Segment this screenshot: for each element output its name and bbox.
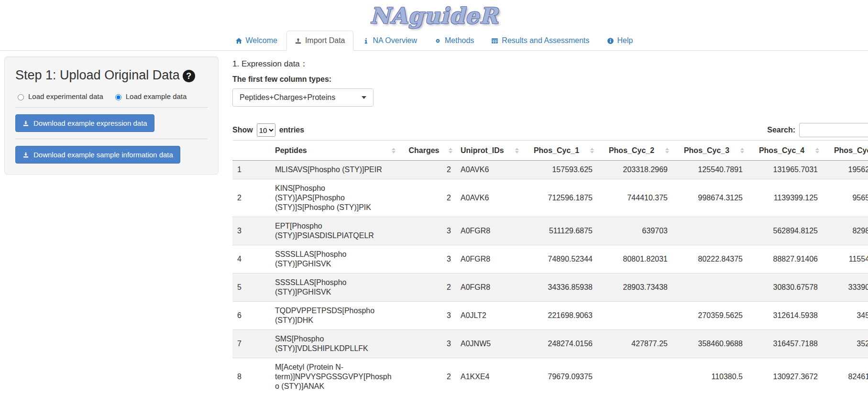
sort-icon xyxy=(392,148,396,154)
tab-label: Help xyxy=(617,36,633,45)
value-cell: 130927.3672 xyxy=(747,358,823,395)
radio-load-example-data[interactable]: Load example data xyxy=(113,92,187,100)
value-cell: 82461.96094 xyxy=(823,358,868,395)
value-cell: 221698.9063 xyxy=(522,302,597,330)
panel-title-text: Step 1: Upload Original Data xyxy=(15,68,180,82)
charge-cell: 2 xyxy=(399,179,456,217)
section-title: 1. Expression data： xyxy=(232,58,868,69)
download-expression-data-button[interactable]: Download example expression data xyxy=(15,114,154,132)
uniprot-cell: A1KXE4 xyxy=(456,358,522,395)
tab-label: NA Overview xyxy=(373,36,417,45)
column-header-peptides[interactable]: Peptides xyxy=(270,141,399,161)
entries-label: entries xyxy=(279,126,304,134)
tab-na-overview[interactable]: NA Overview xyxy=(354,31,425,51)
table-search-control: Search: xyxy=(767,123,868,137)
sort-icon xyxy=(740,148,744,154)
column-header-charges[interactable]: Charges xyxy=(399,141,456,161)
value-cell: 427877.25 xyxy=(597,330,672,358)
gears-icon xyxy=(434,37,441,44)
charge-cell: 3 xyxy=(399,245,456,274)
value-cell: 74890.52344 xyxy=(522,245,597,274)
sort-icon xyxy=(449,148,452,154)
value-cell: 79679.09375 xyxy=(522,358,597,395)
row-index: 2 xyxy=(232,179,270,217)
value-cell: 34336.85938 xyxy=(522,274,597,302)
value-cell: 157593.625 xyxy=(522,161,597,179)
value-cell: 345215.25 xyxy=(823,302,868,330)
value-cell: 744410.375 xyxy=(597,179,672,217)
upload-panel: Step 1: Upload Original Data? Load exper… xyxy=(4,56,219,175)
uniprot-cell: A0AVK6 xyxy=(456,161,522,179)
peptide-cell: MLISAVS[Phospho (STY)]PEIR xyxy=(270,161,399,179)
column-types-select[interactable]: Peptides+Charges+Proteins xyxy=(232,88,374,107)
download-icon xyxy=(22,120,29,127)
column-header-label: Phos_Cyc_1 xyxy=(534,146,579,154)
column-header-phos-cyc-1[interactable]: Phos_Cyc_1 xyxy=(522,141,597,161)
show-label: Show xyxy=(232,126,253,134)
table-row: 1MLISAVS[Phospho (STY)]PEIR2A0AVK6157593… xyxy=(232,161,868,179)
tab-import-data[interactable]: Import Data xyxy=(286,31,353,51)
charge-cell: 2 xyxy=(399,274,456,302)
page: NAguideR WelcomeImport DataNA OverviewMe… xyxy=(0,0,868,395)
column-header-uniprot-ids[interactable]: Uniprot_IDs xyxy=(456,141,522,161)
button-label: Download example sample information data xyxy=(33,150,173,159)
search-input[interactable] xyxy=(799,123,868,137)
value-cell: 639703 xyxy=(597,217,672,245)
panel-title: Step 1: Upload Original Data? xyxy=(15,67,208,83)
charge-cell: 3 xyxy=(399,302,456,330)
table-row: 6TQDPVPPETPSDS[Phospho (STY)]DHK3A0JLT22… xyxy=(232,302,868,330)
radio-input[interactable] xyxy=(18,94,24,100)
column-header-label: Charges xyxy=(408,146,439,154)
row-index: 8 xyxy=(232,358,270,395)
charge-cell: 3 xyxy=(399,217,456,245)
column-header-phos-cyc-4[interactable]: Phos_Cyc_4 xyxy=(747,141,823,161)
row-index: 7 xyxy=(232,330,270,358)
value-cell: 80801.82031 xyxy=(597,245,672,274)
tab-methods[interactable]: Methods xyxy=(426,31,482,51)
home-icon xyxy=(235,37,242,44)
value-cell xyxy=(597,358,672,395)
column-header-phos-cyc-2[interactable]: Phos_Cyc_2 xyxy=(597,141,672,161)
column-header-phos-cyc-5[interactable]: Phos_Cyc_5 xyxy=(823,141,868,161)
tab-results-and-assessments[interactable]: Results and Assessments xyxy=(483,31,597,51)
divider xyxy=(15,139,208,139)
value-cell: 110380.5 xyxy=(672,358,747,395)
tab-help[interactable]: Help xyxy=(599,31,641,51)
radio-input[interactable] xyxy=(115,94,121,100)
app-logo: NAguideR xyxy=(370,3,498,29)
divider xyxy=(15,107,208,108)
expression-data-table: PeptidesChargesUniprot_IDsPhos_Cyc_1Phos… xyxy=(232,140,868,395)
value-cell: 30830.67578 xyxy=(747,274,823,302)
info-icon xyxy=(363,37,370,44)
table-row: 8M[Acetyl (Protein N-term)]NPVYSPGSSGVPY… xyxy=(232,358,868,395)
header: NAguideR xyxy=(0,0,868,29)
tab-welcome[interactable]: Welcome xyxy=(227,31,286,51)
value-cell: 88827.91406 xyxy=(747,245,823,274)
radio-load-experimental-data[interactable]: Load experimental data xyxy=(15,92,103,100)
sort-icon xyxy=(665,148,669,154)
question-circle-icon[interactable]: ? xyxy=(183,70,195,82)
download-sample-information-button[interactable]: Download example sample information data xyxy=(15,146,180,164)
value-cell: 248274.0156 xyxy=(522,330,597,358)
value-cell: 28903.73438 xyxy=(597,274,672,302)
peptide-cell: EPT[Phospho (STY)]PSIASDISLPIATQELR xyxy=(270,217,399,245)
table-row: 2KINS[Phospho (STY)]APS[Phospho (STY)]S[… xyxy=(232,179,868,217)
search-label: Search: xyxy=(767,126,795,134)
value-cell xyxy=(672,274,747,302)
main-content: 1. Expression data： The first few column… xyxy=(232,51,868,395)
radio-label: Load experimental data xyxy=(28,92,103,100)
table-row: 7SMS[Phospho (STY)]VDLSHIPLKDPLLFK3A0JNW… xyxy=(232,330,868,358)
value-cell: 125540.7891 xyxy=(672,161,747,179)
download-icon xyxy=(22,152,29,158)
column-header-phos-cyc-3[interactable]: Phos_Cyc_3 xyxy=(672,141,747,161)
column-header-label: Uniprot_IDs xyxy=(461,146,504,154)
column-header-label: Phos_Cyc_4 xyxy=(759,146,804,154)
tab-label: Welcome xyxy=(246,36,277,45)
column-header-label: Phos_Cyc_2 xyxy=(609,146,654,154)
page-length-select[interactable]: 10 xyxy=(257,123,275,137)
peptide-cell: KINS[Phospho (STY)]APS[Phospho (STY)]S[P… xyxy=(270,179,399,217)
value-cell: 131965.7031 xyxy=(747,161,823,179)
value-cell: 1139399.125 xyxy=(747,179,823,217)
main-nav: WelcomeImport DataNA OverviewMethodsResu… xyxy=(0,31,868,51)
row-index: 1 xyxy=(232,161,270,179)
